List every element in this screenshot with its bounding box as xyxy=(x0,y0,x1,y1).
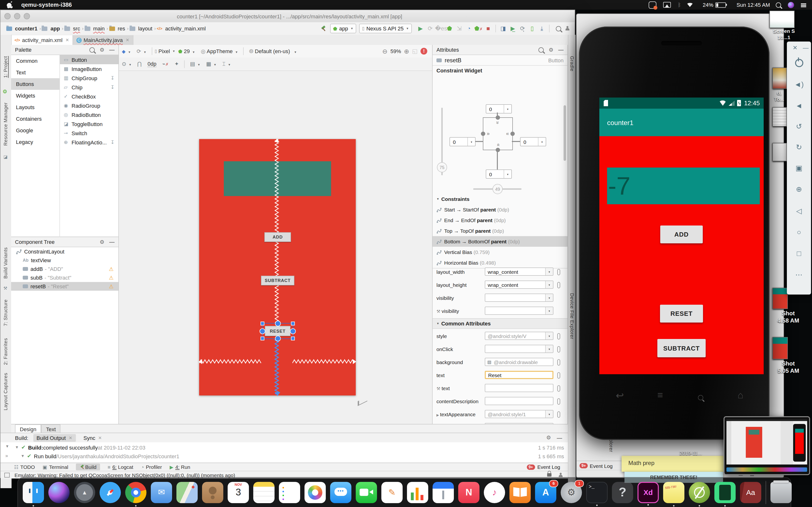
dock-maps[interactable] xyxy=(176,482,198,503)
zoom-in-button[interactable]: ⊕ xyxy=(404,48,409,55)
anchor-top[interactable] xyxy=(275,321,281,326)
tree-item-subb[interactable]: subB- "Subtract" ⚠ xyxy=(11,273,118,282)
stop-button[interactable]: ■ xyxy=(483,25,493,32)
palette-category-layouts[interactable]: Layouts xyxy=(11,101,59,113)
align-icon[interactable]: ▦▼ xyxy=(206,61,216,67)
desktop-label-shot2[interactable]: Shot xyxy=(767,360,810,367)
dock-unknown-app[interactable]: ? xyxy=(612,482,633,503)
margin-right-input[interactable]: 0▼ xyxy=(520,137,546,146)
statusbar-build[interactable]: Build xyxy=(76,463,100,470)
statusbar-profiler[interactable]: ◔Profiler xyxy=(141,464,162,470)
view-options-icon[interactable]: ⊙▼ xyxy=(122,61,132,67)
zoom-fit-button[interactable]: ◱ xyxy=(412,48,418,55)
constraint-item-start[interactable]: Start → StartOfparent(0dp) xyxy=(433,204,567,215)
desktop-label-to[interactable]: To... xyxy=(770,96,788,102)
tool-tab-project[interactable]: 1: Project xyxy=(3,56,8,78)
palette-category-legacy[interactable]: Legacy xyxy=(11,136,59,148)
dock-emulator[interactable] xyxy=(714,482,735,503)
statusbar-run[interactable]: ▶4: Run xyxy=(170,464,190,470)
avd-manager-icon[interactable]: ▯ xyxy=(527,25,537,32)
dock-launchpad[interactable] xyxy=(74,482,95,503)
profile-avatar-icon[interactable] xyxy=(565,26,570,31)
palette-category-buttons[interactable]: Buttons xyxy=(11,78,59,90)
clear-constraints-icon[interactable]: ⌁✗ xyxy=(162,61,169,67)
spotlight-icon[interactable] xyxy=(776,2,781,7)
dock-photos[interactable] xyxy=(305,482,326,503)
sync-tab[interactable]: Sync✕ xyxy=(80,434,105,442)
zoom-out-button[interactable]: ⊖ xyxy=(382,48,388,55)
palette-category-common[interactable]: Common xyxy=(11,55,59,67)
attributes-settings-icon[interactable]: ⚙ xyxy=(549,47,553,53)
tool-tab-favorites[interactable]: 2: Favorites xyxy=(3,338,8,365)
palette-item-switch[interactable]: ⊸Switch xyxy=(60,128,118,137)
breadcrumb-activity-main[interactable]: activity_main.xml xyxy=(165,25,206,32)
breadcrumb-src[interactable]: src xyxy=(73,25,80,32)
palette-item-imagebutton[interactable]: ▩ImageButton xyxy=(60,64,118,73)
tree-item-textview[interactable]: Ab textView xyxy=(11,256,118,265)
locale-select[interactable]: 🌐︎ Default (en-us) ▼ xyxy=(249,48,297,54)
event-log-button[interactable]: Event Log xyxy=(537,464,560,470)
tool-tab-structure[interactable]: 7: Structure xyxy=(3,299,8,326)
dock-books[interactable] xyxy=(509,482,531,503)
desktop-file-document-2[interactable] xyxy=(772,143,787,161)
lock-icon[interactable] xyxy=(547,473,552,476)
emulator-volume-down-icon[interactable]: ◄ xyxy=(787,101,811,110)
close-tab-icon[interactable]: ✕ xyxy=(65,38,69,43)
vertical-bias-value[interactable]: 75 xyxy=(437,162,447,172)
dock-reminders[interactable] xyxy=(279,482,300,503)
emulator-more-icon[interactable]: ⋯ xyxy=(787,270,811,279)
palette-item-floatingactionbutton[interactable]: ⊕FloatingActio...↧ xyxy=(60,137,118,147)
desktop-file-doodle[interactable] xyxy=(772,68,787,89)
apply-changes-button[interactable]: ⟳ xyxy=(425,25,435,32)
battery-icon[interactable] xyxy=(715,2,726,7)
palette-item-radiogroup[interactable]: ◉RadioGroup xyxy=(60,101,118,110)
dock-calendar[interactable]: NOV3 xyxy=(227,482,249,503)
palette-item-togglebutton[interactable]: ◪ToggleButton xyxy=(60,119,118,128)
constraint-anchor-right[interactable] xyxy=(510,131,515,136)
margin-top-input[interactable]: 0▼ xyxy=(486,104,512,113)
palette-search-icon[interactable] xyxy=(89,47,95,52)
constraint-item-bottom[interactable]: Bottom → BottomOfparent(0dp) xyxy=(433,236,567,247)
breadcrumb-app[interactable]: app xyxy=(51,25,60,32)
artboard[interactable]: ADD SUBTRACT RESET xyxy=(199,139,356,395)
run-button[interactable]: ▶ xyxy=(416,25,425,32)
style-select[interactable]: @android:style/V▼ xyxy=(485,332,553,340)
dock-adobe-xd[interactable]: Xd xyxy=(638,482,659,503)
tree-item-addb[interactable]: addB- "ADD" ⚠ xyxy=(11,265,118,273)
siri-icon[interactable] xyxy=(788,2,794,8)
airplay-icon[interactable] xyxy=(663,2,671,8)
margin-left-input[interactable]: 0▼ xyxy=(450,137,475,146)
expand-icon[interactable]: ▼ xyxy=(5,444,9,449)
selection-box[interactable] xyxy=(262,323,293,339)
palette-item-checkbox[interactable]: ✓CheckBox xyxy=(60,92,118,101)
desktop-file-screenshot-1[interactable] xyxy=(769,11,795,28)
tool-tab-gradle[interactable]: Gradle xyxy=(569,56,575,71)
screen-record-icon[interactable] xyxy=(649,1,657,8)
constraint-anchor-left[interactable] xyxy=(481,131,485,136)
build-minimize-icon[interactable]: — xyxy=(557,435,562,441)
dock-messages[interactable] xyxy=(330,482,351,503)
attributes-search-icon[interactable] xyxy=(539,47,544,52)
error-badge[interactable]: ! xyxy=(420,48,427,55)
emulator-power-icon[interactable] xyxy=(787,59,811,68)
palette-category-containers[interactable]: Containers xyxy=(11,113,59,125)
emulator-screenshot-icon[interactable]: ▣ xyxy=(787,164,811,172)
run-config-select[interactable]: ⬟app▼ xyxy=(330,24,356,33)
emulator-rotate-right-icon[interactable]: ↻ xyxy=(787,143,811,152)
device-in-editor-select[interactable]: ▯Pixel▼ xyxy=(155,48,175,54)
anchor-bottom[interactable] xyxy=(275,336,281,341)
pin-icon[interactable]: ◪ xyxy=(3,155,7,159)
bluetooth-icon[interactable]: ᛒ xyxy=(678,2,681,8)
dock-trash[interactable] xyxy=(770,482,792,503)
apply-code-changes-button[interactable]: �ese xyxy=(435,25,445,32)
statusbar-terminal[interactable]: ▣Terminal xyxy=(43,464,68,470)
attributes-minimize-icon[interactable]: — xyxy=(558,47,564,53)
content-description-input[interactable] xyxy=(485,397,553,405)
default-margin-value[interactable]: 0dp xyxy=(147,61,156,67)
artboard-resize-handle[interactable] xyxy=(358,396,367,406)
emulator-zoom-icon[interactable]: ⊕ xyxy=(787,185,811,193)
stickies-note-math-prep[interactable]: Math prep xyxy=(621,456,723,472)
emulator-add-button[interactable]: ADD xyxy=(660,225,703,243)
anchor-left[interactable] xyxy=(260,328,265,334)
palette-item-radiobutton[interactable]: ◎RadioButton xyxy=(60,110,118,119)
